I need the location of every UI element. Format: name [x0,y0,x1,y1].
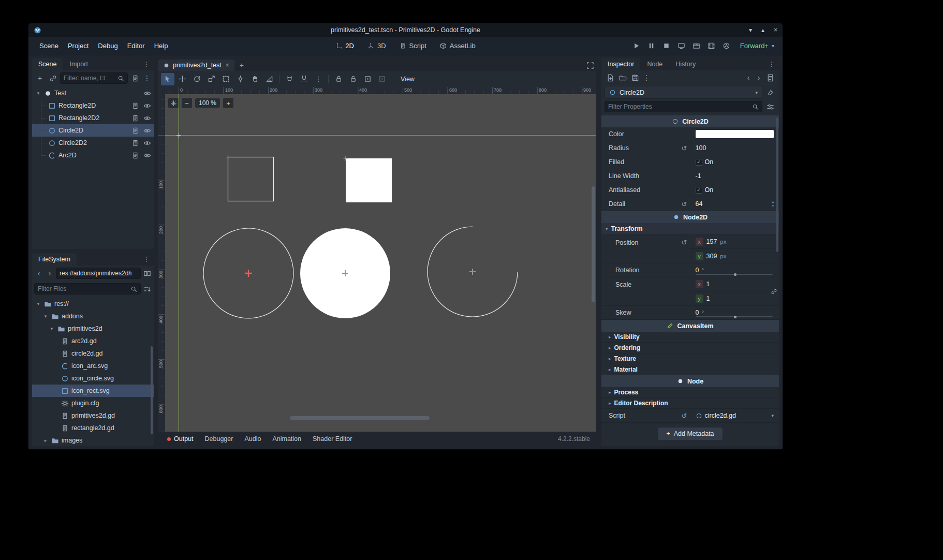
play-scene-button[interactable] [690,40,703,52]
group-visibility[interactable]: ▸Visibility [601,332,779,343]
mode-3d-button[interactable]: 3D [363,40,390,51]
property-row-scale[interactable]: Scale x 1 y 1 [601,277,779,306]
inspector-scrollbar[interactable] [776,117,778,252]
dock-menu-icon[interactable]: ⋮ [139,61,154,70]
pause-button[interactable] [645,40,658,52]
scene-tab[interactable]: primitives2d_test × [158,60,234,71]
scale-tool-button[interactable] [204,73,218,85]
canvas-2d[interactable]: − 100 % + [165,94,596,432]
script-attached-icon[interactable] [130,100,140,111]
revert-icon[interactable]: ↺ [682,412,687,420]
pan-tool-button[interactable] [248,73,261,85]
skew-field[interactable]: 0 ° [690,306,779,319]
property-filter-input[interactable] [608,103,750,110]
scene-filter-input[interactable] [64,75,115,82]
visibility-eye-icon[interactable] [142,150,152,161]
expand-arrow-icon[interactable]: ▸ [42,438,49,443]
tab-node[interactable]: Node [641,58,669,70]
minimize-button[interactable]: ▾ [749,26,752,34]
rotation-slider[interactable] [696,274,773,275]
color-swatch[interactable] [696,130,774,138]
movie-mode-button[interactable] [720,40,733,52]
script-attached-icon[interactable] [130,112,140,124]
new-tab-button[interactable]: + [235,60,248,71]
resource-options-icon[interactable]: ⋮ [642,72,651,83]
ruler-tool-button[interactable] [262,73,276,85]
fs-row-folder[interactable]: ▾ addons [32,310,154,322]
scale-y-field[interactable]: y 1 [690,291,779,305]
script-field[interactable]: circle2d.gd ▾ [690,409,779,422]
property-row-position[interactable]: Position↺ x 157 px y 309 px [601,235,779,263]
fs-row-file[interactable]: circle2d.gd [32,347,154,360]
property-row-skew[interactable]: Skew 0 ° [601,306,779,320]
group-transform[interactable]: ▾ Transform [601,223,779,235]
bottom-tab-animation[interactable]: Animation [267,433,306,445]
visibility-eye-icon[interactable] [142,112,152,124]
unlock-button[interactable] [346,73,360,85]
edited-object-select[interactable]: Circle2D ▾ [605,86,762,99]
add-metadata-button[interactable]: + Add Metadata [658,428,722,440]
expand-arrow-icon[interactable]: ▾ [35,301,41,306]
scene-tree-row[interactable]: Rectangle2D2 [32,112,154,124]
pivot-tool-button[interactable] [233,73,247,85]
ungroup-button[interactable] [375,73,389,85]
group-material[interactable]: ▸Material [601,364,779,375]
scene-tree-options-icon[interactable]: ⋮ [142,72,152,84]
fs-row-folder[interactable]: ▾ primitives2d [32,322,154,335]
skew-slider[interactable] [696,316,773,317]
group-button[interactable] [361,73,374,85]
fs-row-file[interactable]: icon_circle.svg [32,372,154,385]
group-process[interactable]: ▸Process [601,387,779,398]
menu-scene[interactable]: Scene [35,40,63,52]
history-forward-button[interactable]: › [754,72,763,83]
play-custom-scene-button[interactable] [705,40,718,52]
scene-tree-row-selected[interactable]: Circle2D [32,124,154,137]
close-tab-icon[interactable]: × [226,62,229,69]
fs-row-file-selected[interactable]: icon_rect.svg [32,385,154,397]
play-button[interactable] [630,40,643,52]
spinner-icon[interactable]: ▴▾ [772,200,774,208]
bottom-tab-shader-editor[interactable]: Shader Editor [307,433,357,445]
tab-inspector[interactable]: Inspector [601,58,640,70]
path-input[interactable] [60,270,137,277]
menu-help[interactable]: Help [150,40,173,52]
split-view-icon[interactable] [142,268,152,279]
lock-button[interactable] [332,73,345,85]
property-row-antialiased[interactable]: Antialiased ✓On [601,183,779,197]
move-tool-button[interactable] [175,73,189,85]
property-row-script[interactable]: Script↺ circle2d.gd ▾ [601,409,779,423]
nav-back-button[interactable]: ‹ [34,268,43,279]
center-view-icon[interactable] [168,98,179,108]
script-attached-icon[interactable] [130,137,140,149]
rotate-tool-button[interactable] [190,73,203,85]
tab-import[interactable]: Import [63,58,94,70]
property-row-radius[interactable]: Radius↺ 100 [601,141,779,155]
attach-script-button[interactable] [129,72,141,84]
tab-filesystem[interactable]: FileSystem [32,253,77,266]
menu-editor[interactable]: Editor [123,40,150,52]
titlebar[interactable]: primitives2d_test.tscn - Primitives2D - … [28,23,783,37]
visibility-eye-icon[interactable] [142,137,152,149]
bottom-tab-output[interactable]: Output [162,433,199,445]
checkbox[interactable]: ✓ [696,159,702,166]
view-menu-button[interactable]: View [395,73,420,85]
fs-row-folder[interactable]: ▸ images [32,434,154,446]
dock-menu-icon[interactable]: ⋮ [139,256,154,266]
fs-row-folder[interactable]: ▾ res:// [32,298,154,310]
snap-options-icon[interactable]: ⋮ [312,73,325,85]
history-back-button[interactable]: ‹ [744,72,753,83]
sort-files-icon[interactable] [142,283,152,294]
list-select-tool-button[interactable] [219,73,232,85]
save-resource-button[interactable] [629,72,641,83]
smart-snap-button[interactable] [283,73,296,85]
extra-resource-options-icon[interactable] [764,87,776,98]
stop-button[interactable] [660,40,673,52]
zoom-level[interactable]: 100 % [195,98,220,108]
scale-link-icon[interactable] [771,277,777,305]
distraction-free-icon[interactable] [584,60,596,71]
menu-project[interactable]: Project [63,40,93,52]
select-tool-button[interactable] [161,73,174,85]
tab-scene[interactable]: Scene [32,58,63,70]
renderer-select[interactable]: Forward+▾ [735,40,776,51]
file-filter-field[interactable] [34,283,141,294]
